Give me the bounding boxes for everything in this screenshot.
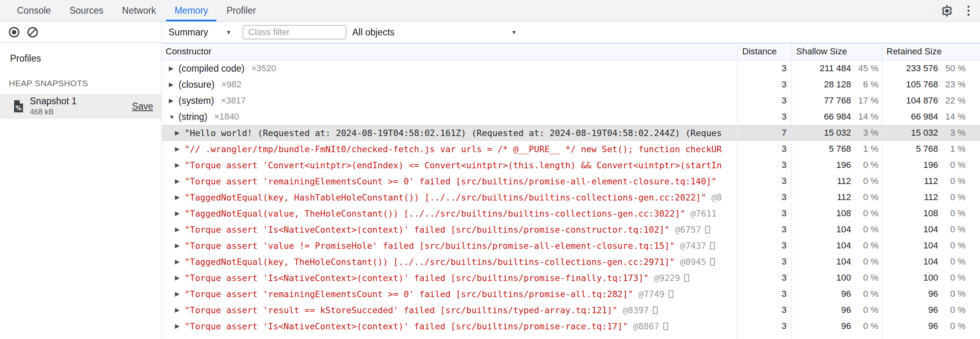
category-name: (string): [179, 112, 208, 122]
objects-scope-select[interactable]: All objects ▼: [352, 27, 519, 38]
expand-arrow-icon[interactable]: ▶: [175, 161, 185, 169]
string-preview: "// .wrangler/tmp/bundle-FmNIt0/checked-…: [185, 144, 722, 154]
tab-network[interactable]: Network: [113, 0, 165, 21]
shallow-size-cell: 28 1286 %: [791, 79, 882, 90]
shallow-size-cell: 1040 %: [791, 224, 882, 235]
string-instance-row[interactable]: ▶"TaggedNotEqual(key, TheHoleConstant())…: [162, 254, 980, 270]
constructor-cell: ▶"Torque assert 'Convert<uintptr>(endInd…: [162, 160, 737, 170]
tab-console[interactable]: Console: [8, 0, 60, 21]
size-value: 28 128: [791, 79, 851, 90]
constructor-cell: ▶"Hello world! (Requested at: 2024-08-19…: [162, 128, 737, 138]
distance-cell: 3: [737, 273, 791, 283]
expand-arrow-icon[interactable]: ▶: [175, 258, 185, 265]
string-preview: "Torque assert 'value != PromiseHole' fa…: [185, 241, 675, 251]
constructor-category-row[interactable]: ▶(closure)×982328 1286 %105 76823 %: [162, 76, 980, 93]
string-instance-row[interactable]: ▶"Torque assert 'result == kStoreSuccede…: [162, 302, 980, 318]
string-instance-row[interactable]: ▶"Torque assert 'Is<NativeContext>(conte…: [162, 318, 980, 334]
profiles-label: Profiles: [10, 53, 161, 64]
string-instance-row[interactable]: ▶"Torque assert 'Convert<uintptr>(endInd…: [162, 157, 980, 173]
size-percent: 0 %: [938, 289, 969, 299]
retained-size-cell: 1040 %: [882, 256, 980, 267]
constructor-category-row[interactable]: ▼(string)×1840366 98414 %66 98414 %: [162, 109, 980, 125]
column-header-shallow-size[interactable]: Shallow Size: [791, 46, 882, 57]
expand-arrow-icon[interactable]: ▶: [169, 65, 179, 72]
expand-arrow-icon[interactable]: ▶: [175, 210, 185, 217]
constructor-cell: ▶"Torque assert 'Is<NativeContext>(conte…: [162, 225, 737, 235]
record-heap-snapshot-button[interactable]: [8, 26, 20, 38]
expand-arrow-icon[interactable]: ▶: [175, 242, 185, 249]
size-percent: 0 %: [938, 176, 969, 186]
size-value: 112: [882, 176, 938, 186]
missing-glyph-box-icon: [684, 274, 689, 282]
expand-arrow-icon[interactable]: ▶: [175, 129, 185, 136]
string-instance-row[interactable]: ▶"Torque assert 'Is<NativeContext>(conte…: [162, 270, 980, 286]
size-percent: 23 %: [938, 79, 969, 90]
snapshot-item[interactable]: % Snapshot 1 468 kB Save: [0, 94, 161, 119]
size-value: 15 032: [791, 128, 851, 138]
string-instance-row[interactable]: ▶"Torque assert 'remainingElementsCount …: [162, 173, 980, 189]
constructor-cell: ▶"Torque assert 'Is<NativeContext>(conte…: [162, 321, 737, 331]
expand-arrow-icon[interactable]: ▶: [175, 226, 185, 233]
tab-sources[interactable]: Sources: [60, 0, 112, 21]
retained-size-cell: 1960 %: [882, 160, 980, 170]
retained-size-cell: 15 0323 %: [882, 128, 980, 138]
retained-size-cell: 66 98414 %: [882, 112, 980, 122]
shallow-size-cell: 1120 %: [791, 176, 882, 186]
shallow-size-cell: 960 %: [791, 289, 882, 299]
string-instance-row[interactable]: ▶"// .wrangler/tmp/bundle-FmNIt0/checked…: [162, 141, 980, 157]
expand-arrow-icon[interactable]: ▶: [175, 145, 185, 153]
retained-size-cell: 1120 %: [882, 192, 980, 203]
tab-memory[interactable]: Memory: [165, 0, 217, 21]
constructor-category-row[interactable]: ▶(compiled code)×35203211 48445 %233 576…: [162, 60, 980, 76]
expand-arrow-icon[interactable]: ▶: [169, 97, 179, 104]
size-value: 96: [882, 289, 938, 299]
more-options-button[interactable]: [966, 4, 971, 17]
size-percent: 0 %: [851, 273, 882, 283]
settings-button[interactable]: [940, 4, 954, 18]
string-instance-row[interactable]: ▶"TaggedNotEqual(key, HashTableHoleConst…: [162, 189, 980, 205]
constructor-cell: ▶"// .wrangler/tmp/bundle-FmNIt0/checked…: [162, 144, 737, 154]
distance-cell: 3: [737, 240, 791, 251]
class-filter-input[interactable]: [243, 25, 347, 39]
heap-snapshots-section-label: HEAP SNAPSHOTS: [9, 79, 161, 88]
expand-arrow-icon[interactable]: ▶: [175, 306, 185, 314]
column-header-distance[interactable]: Distance: [737, 46, 791, 57]
tab-profiler[interactable]: Profiler: [217, 0, 265, 21]
expand-arrow-icon[interactable]: ▶: [175, 290, 185, 298]
string-instance-row[interactable]: ▶"TaggedNotEqual(value, TheHoleConstant(…: [162, 205, 980, 221]
size-percent: 17 %: [851, 95, 882, 106]
size-value: 112: [882, 192, 938, 203]
tab-sources-label: Sources: [69, 5, 103, 16]
string-instance-row[interactable]: ▶"Torque assert 'Is<NativeContext>(conte…: [162, 221, 980, 238]
perspective-select[interactable]: Summary ▼: [168, 27, 231, 38]
size-value: 104: [791, 224, 851, 235]
size-value: 233 576: [882, 63, 938, 74]
clear-profiles-button[interactable]: [27, 26, 39, 38]
shallow-size-cell: 15 0323 %: [791, 128, 882, 138]
constructor-category-row[interactable]: ▶(system)×3817377 76817 %104 87622 %: [162, 93, 980, 109]
expand-arrow-icon[interactable]: ▶: [175, 178, 185, 185]
objects-scope-value: All objects: [352, 27, 394, 38]
string-instance-row[interactable]: ▶"Torque assert 'remainingElementsCount …: [162, 286, 980, 302]
constructor-cell: ▶"TaggedNotEqual(key, TheHoleConstant())…: [162, 257, 737, 267]
expand-arrow-icon[interactable]: ▶: [175, 274, 185, 281]
collapse-arrow-icon[interactable]: ▼: [169, 114, 179, 120]
string-preview: "Torque assert 'remainingElementsCount >…: [185, 176, 716, 186]
string-preview: "TaggedNotEqual(key, TheHoleConstant()) …: [185, 257, 675, 267]
string-instance-row[interactable]: ▶"Torque assert 'value != PromiseHole' f…: [162, 238, 980, 254]
column-header-constructor[interactable]: Constructor: [162, 46, 737, 57]
save-snapshot-link[interactable]: Save: [132, 101, 153, 112]
string-instance-row[interactable]: ▶"Hello world! (Requested at: 2024-08-19…: [162, 125, 980, 141]
expand-arrow-icon[interactable]: ▶: [175, 194, 185, 201]
expand-arrow-icon[interactable]: ▶: [175, 322, 185, 330]
perspective-select-value: Summary: [168, 27, 208, 38]
expand-arrow-icon[interactable]: ▶: [169, 81, 179, 88]
toolbar-divider: [930, 5, 930, 17]
category-name: (compiled code): [179, 63, 245, 74]
distance-cell: 3: [737, 63, 791, 74]
column-header-retained-size[interactable]: Retained Size: [882, 46, 980, 57]
tabbar-right-controls: [930, 0, 980, 21]
constructor-cell: ▶"Torque assert 'value != PromiseHole' f…: [162, 241, 737, 251]
size-percent: 50 %: [938, 63, 969, 74]
size-percent: 0 %: [851, 289, 882, 299]
